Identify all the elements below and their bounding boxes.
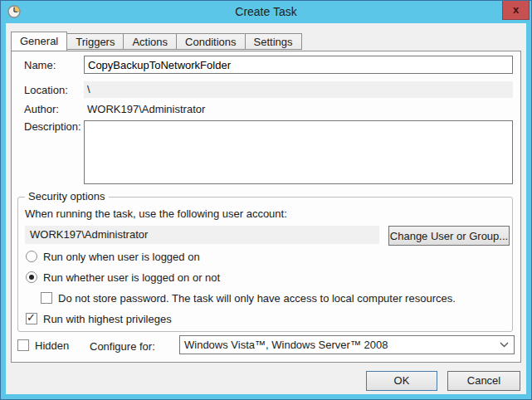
- checkbox-icon[interactable]: ✓: [17, 339, 29, 351]
- security-options-group: Security options When running the task, …: [17, 197, 513, 332]
- location-label: Location:: [24, 84, 84, 96]
- tab-strip: General Triggers Actions Conditions Sett…: [11, 32, 302, 50]
- author-value: WORK197\Administrator: [84, 103, 205, 115]
- chevron-down-icon: [500, 342, 509, 348]
- cancel-button[interactable]: Cancel: [447, 371, 520, 391]
- configure-for-value: Windows Vista™, Windows Server™ 2008: [184, 339, 388, 351]
- change-user-or-group-button[interactable]: Change User or Group...: [388, 226, 510, 246]
- window-title: Create Task: [1, 5, 531, 18]
- tab-settings[interactable]: Settings: [246, 33, 302, 50]
- radio-circle-icon[interactable]: [26, 251, 37, 262]
- radio-run-whether-label: Run whether user is logged on or not: [43, 271, 220, 284]
- do-not-store-password-label: Do not store password. The task will onl…: [58, 292, 456, 305]
- hidden-label: Hidden: [35, 339, 69, 352]
- name-input[interactable]: [84, 56, 513, 74]
- ok-button[interactable]: OK: [366, 371, 437, 391]
- name-label: Name:: [24, 59, 84, 71]
- account-prompt: When running the task, use the following…: [25, 207, 287, 220]
- create-task-dialog: Create Task x General Triggers Actions C…: [0, 0, 532, 400]
- radio-run-only-label: Run only when user is logged on: [43, 251, 200, 263]
- security-options-legend: Security options: [25, 190, 109, 202]
- checkbox-hidden[interactable]: ✓ Hidden: [17, 339, 69, 352]
- account-value-field: WORK197\Administrator: [25, 226, 379, 244]
- run-highest-privileges-label: Run with highest privileges: [43, 313, 172, 325]
- author-label: Author:: [24, 103, 84, 115]
- tab-general[interactable]: General: [11, 32, 67, 51]
- radio-run-only-logged-on[interactable]: Run only when user is logged on: [26, 250, 200, 263]
- titlebar: Create Task x: [1, 1, 531, 23]
- tab-conditions[interactable]: Conditions: [177, 33, 245, 50]
- general-tab-page: Name: Location: \ Author: WORK197\Admini…: [11, 51, 521, 363]
- dialog-body: General Triggers Actions Conditions Sett…: [6, 23, 526, 394]
- checkbox-icon[interactable]: ✓: [26, 313, 37, 324]
- radio-circle-icon[interactable]: [26, 271, 37, 283]
- close-button[interactable]: x: [502, 1, 530, 20]
- checkbox-icon[interactable]: ✓: [41, 292, 52, 304]
- tab-actions[interactable]: Actions: [124, 33, 177, 50]
- description-label: Description:: [24, 120, 84, 133]
- checkbox-do-not-store-password[interactable]: ✓ Do not store password. The task will o…: [41, 291, 456, 305]
- configure-for-dropdown[interactable]: Windows Vista™, Windows Server™ 2008: [179, 335, 515, 354]
- location-value: \: [84, 81, 513, 98]
- radio-run-whether-logged-on[interactable]: Run whether user is logged on or not: [26, 271, 220, 284]
- description-textarea[interactable]: [84, 120, 513, 184]
- checkbox-run-highest-privileges[interactable]: ✓ Run with highest privileges: [26, 312, 172, 325]
- configure-for-label: Configure for:: [90, 340, 155, 353]
- tab-triggers[interactable]: Triggers: [67, 33, 124, 50]
